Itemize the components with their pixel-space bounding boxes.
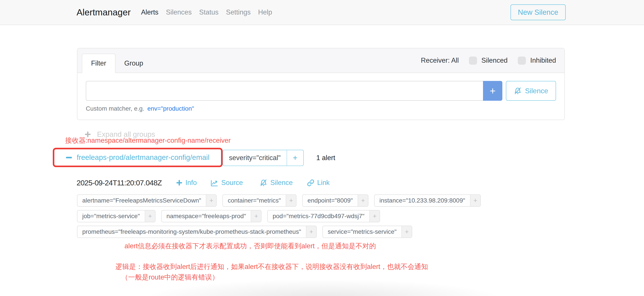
- alert-silence-label: Silence: [270, 179, 293, 187]
- nav-item-alerts[interactable]: Alerts: [137, 8, 162, 16]
- filter-card: Filter Group Receiver: All Silenced Inhi…: [77, 48, 565, 120]
- add-matcher-button[interactable]: +: [483, 81, 502, 101]
- annotation-red-box: freeleaps-prod/alertmanager-config/email: [53, 148, 222, 167]
- alert-permalink[interactable]: Link: [307, 178, 330, 188]
- matcher-example-link[interactable]: env="production": [147, 105, 194, 112]
- tab-group[interactable]: Group: [116, 54, 152, 73]
- add-label-to-filter-button[interactable]: +: [206, 195, 216, 206]
- matcher-input[interactable]: [86, 81, 483, 101]
- alert-label-chip: endpoint="8009" +: [302, 194, 368, 207]
- group-matcher-add-button[interactable]: +: [286, 150, 303, 166]
- alert-labels-row-3: prometheus="freeleaps-monitoring-system/…: [77, 226, 412, 238]
- add-label-to-filter-button[interactable]: +: [286, 195, 296, 206]
- annotation-config-note: alert信息必须在接收器下才表示配置成功，否则即使能看到alert，但是通知是…: [124, 242, 376, 251]
- silenced-toggle[interactable]: Silenced: [469, 56, 508, 65]
- silence-filter-button[interactable]: Silence: [506, 81, 556, 101]
- add-label-to-filter-button[interactable]: +: [402, 226, 412, 238]
- matcher-row: + Silence: [86, 81, 556, 101]
- main-nav: Alerts Silences Status Settings Help: [137, 8, 276, 16]
- alert-labels-row-2: job="metrics-service" + namespace="freel…: [77, 210, 380, 222]
- bell-slash-icon: [514, 87, 522, 95]
- annotation-receiver-note: 接收器:namespace/altermanager-config-name/r…: [65, 136, 231, 145]
- alert-info-button[interactable]: Info: [176, 178, 197, 188]
- filter-tabs: Filter Group: [82, 54, 152, 73]
- add-label-to-filter-button[interactable]: +: [251, 210, 261, 222]
- receiver-filter-dropdown[interactable]: Receiver: All: [421, 56, 459, 64]
- alert-timestamp: 2025-09-24T11:20:07.048Z: [76, 178, 162, 187]
- nav-item-silences[interactable]: Silences: [162, 8, 195, 16]
- nav-item-status[interactable]: Status: [196, 8, 222, 16]
- label-text: prometheus="freeleaps-monitoring-system/…: [78, 226, 306, 238]
- minus-icon: [66, 157, 72, 158]
- alert-label-chip: service="metrics-service" +: [322, 226, 412, 238]
- alert-source-link[interactable]: Source: [210, 178, 243, 188]
- plus-icon: [176, 180, 182, 186]
- label-text: alertname="FreeleapsMetricsServiceDown": [78, 195, 206, 206]
- label-text: instance="10.233.98.209:8009": [374, 195, 470, 206]
- add-label-to-filter-button[interactable]: +: [145, 210, 155, 222]
- group-matcher-label: severity="critical": [223, 150, 286, 166]
- alert-silence-button[interactable]: Silence: [260, 178, 293, 188]
- bell-slash-icon: [260, 179, 268, 187]
- label-text: endpoint="8009": [303, 195, 358, 206]
- add-label-to-filter-button[interactable]: +: [369, 210, 380, 222]
- alert-labels-row-1: alertname="FreeleapsMetricsServiceDown" …: [77, 194, 481, 207]
- silenced-label: Silenced: [482, 56, 508, 64]
- add-label-to-filter-button[interactable]: +: [358, 195, 368, 206]
- matcher-hint-text: Custom matcher, e.g.: [86, 105, 144, 112]
- inhibited-toggle[interactable]: Inhibited: [518, 56, 556, 65]
- group-matcher-chip: severity="critical" +: [222, 150, 304, 166]
- tab-filter[interactable]: Filter: [82, 54, 116, 73]
- alert-info-label: Info: [186, 179, 197, 187]
- annotation-logic-note-line1: 逻辑是：接收器收到alert后进行通知，如果alert不在接收器下，说明接收器没…: [116, 262, 428, 271]
- label-text: container="metrics": [223, 195, 286, 206]
- alert-label-chip: prometheus="freeleaps-monitoring-system/…: [77, 226, 317, 238]
- alert-link-label: Link: [317, 179, 330, 187]
- filter-options: Receiver: All Silenced Inhibited: [421, 56, 556, 65]
- inhibited-label: Inhibited: [530, 56, 556, 64]
- label-text: service="metrics-service": [323, 226, 402, 238]
- nav-item-settings[interactable]: Settings: [222, 8, 254, 16]
- navbar: Alertmanager Alerts Silences Status Sett…: [0, 0, 644, 25]
- add-label-to-filter-button[interactable]: +: [306, 226, 316, 238]
- label-text: namespace="freeleaps-prod": [162, 210, 251, 222]
- chart-icon: [210, 179, 218, 187]
- receiver-group-label: freeleaps-prod/alertmanager-config/email: [77, 153, 210, 162]
- alert-label-chip: instance="10.233.98.209:8009" +: [374, 194, 481, 207]
- alert-label-chip: container="metrics" +: [222, 194, 296, 207]
- new-silence-button[interactable]: New Silence: [510, 4, 566, 20]
- nav-item-help[interactable]: Help: [254, 8, 276, 16]
- filter-card-body: + Silence Custom matcher, e.g.env="produ…: [78, 73, 564, 120]
- alert-label-chip: pod="metrics-77d9cdb497-wdsj7" +: [267, 210, 380, 222]
- silence-filter-label: Silence: [525, 87, 548, 95]
- alert-source-label: Source: [221, 179, 243, 187]
- collapse-group-button[interactable]: freeleaps-prod/alertmanager-config/email: [66, 153, 210, 162]
- label-text: pod="metrics-77d9cdb497-wdsj7": [268, 210, 369, 222]
- filter-card-header: Filter Group Receiver: All Silenced Inhi…: [78, 48, 564, 73]
- matcher-hint: Custom matcher, e.g.env="production": [86, 105, 556, 112]
- annotation-logic-note-line2: （一般是route中的逻辑有错误）: [122, 273, 219, 282]
- add-label-to-filter-button[interactable]: +: [470, 195, 480, 206]
- alert-label-chip: namespace="freeleaps-prod" +: [161, 210, 262, 222]
- alert-label-chip: job="metrics-service" +: [77, 210, 156, 222]
- label-text: job="metrics-service": [78, 210, 145, 222]
- inhibited-checkbox[interactable]: [518, 56, 526, 65]
- silenced-checkbox[interactable]: [469, 56, 477, 65]
- app-brand[interactable]: Alertmanager: [76, 7, 131, 18]
- alert-label-chip: alertname="FreeleapsMetricsServiceDown" …: [77, 194, 217, 207]
- alert-count: 1 alert: [316, 154, 335, 162]
- link-icon: [307, 179, 314, 186]
